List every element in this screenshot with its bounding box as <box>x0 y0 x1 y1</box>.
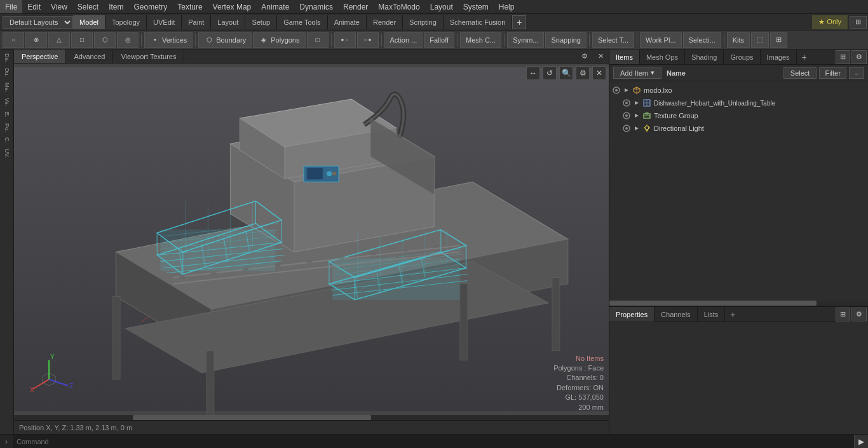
layout-dropdown[interactable]: Default Layouts <box>3 16 73 29</box>
select-t-button[interactable]: Select T... <box>592 32 634 48</box>
menu-texture[interactable]: Texture <box>172 0 207 13</box>
menu-edit[interactable]: Edit <box>22 0 46 13</box>
menu-layout[interactable]: Layout <box>425 0 458 13</box>
viewport-menu-btn[interactable]: ⚙ <box>576 50 593 63</box>
items-minus-button[interactable]: – <box>849 67 864 79</box>
tab-perspective[interactable]: Perspective <box>14 50 66 63</box>
tree-item-directional-light[interactable]: Directional Light <box>609 122 868 135</box>
items-scrollbar[interactable] <box>609 301 868 306</box>
snapping-button[interactable]: Snapping <box>545 32 587 48</box>
command-input[interactable] <box>13 435 854 448</box>
props-maximize-btn[interactable]: ⊞ <box>836 308 850 322</box>
viewport-close-btn[interactable]: ✕ <box>593 50 609 63</box>
viewport-rotate-btn[interactable]: ↺ <box>543 66 557 80</box>
left-tool-de[interactable]: De. <box>3 51 11 65</box>
left-tool-c[interactable]: C. <box>3 135 11 146</box>
viewport-settings-btn[interactable]: ⚙ <box>576 66 590 80</box>
tool-box[interactable]: □ <box>307 32 329 48</box>
left-tool-du[interactable]: Du. <box>3 65 11 79</box>
items-select-button[interactable]: Select <box>783 67 817 79</box>
grid-icon-button[interactable]: ⬚ <box>751 32 769 48</box>
left-tool-me[interactable]: Me. <box>3 80 11 95</box>
panel-settings-btn[interactable]: ⚙ <box>851 50 867 64</box>
menu-help[interactable]: Help <box>494 0 520 13</box>
viewport-x-btn[interactable]: ✕ <box>592 66 606 80</box>
tree-item-texture-group[interactable]: Texture Group <box>609 109 868 122</box>
menu-dynamics[interactable]: Dynamics <box>294 0 338 13</box>
tool-dot2[interactable]: ○ ● <box>357 32 379 48</box>
tab-groups[interactable]: Groups <box>724 50 760 64</box>
polygons-button[interactable]: ◈ Polygons <box>253 32 305 48</box>
boundary-button[interactable]: ⬡ Boundary <box>198 32 252 48</box>
viewport-canvas[interactable]: X Z Y ↔ ↺ 🔍 ⚙ ✕ No Items Polygons : Face <box>14 64 609 415</box>
menu-select[interactable]: Select <box>72 0 104 13</box>
tab-properties[interactable]: Properties <box>609 307 654 322</box>
viewport-scrollbar[interactable] <box>14 415 609 420</box>
tab-images[interactable]: Images <box>761 50 797 64</box>
left-tool-e[interactable]: E. <box>3 109 11 120</box>
tool-square[interactable]: □ <box>71 32 93 48</box>
viewport-nav-btn[interactable]: ↔ <box>526 66 540 80</box>
command-go-btn[interactable]: ▶ <box>854 435 868 448</box>
work-plane-button[interactable]: Work Pl... <box>640 32 681 48</box>
left-tool-uv[interactable]: UV. <box>3 146 11 160</box>
tool-triangle[interactable]: △ <box>48 32 70 48</box>
menu-render[interactable]: Render <box>338 0 373 13</box>
tree-item-modo-lxo[interactable]: modo.lxo <box>609 84 868 97</box>
viewport-zoom-btn[interactable]: 🔍 <box>559 66 573 80</box>
tab-channels[interactable]: Channels <box>654 307 697 322</box>
tool-dot1[interactable]: ● ○ <box>334 32 356 48</box>
tab-viewport-textures[interactable]: Viewport Textures <box>113 50 184 63</box>
items-filter-button[interactable]: Filter <box>819 67 846 79</box>
left-tool-po[interactable]: Po. <box>3 121 11 135</box>
items-scroll-thumb[interactable] <box>609 301 817 306</box>
tab-topology[interactable]: Topology <box>105 15 147 29</box>
tab-schematic[interactable]: Schematic Fusion <box>444 15 512 29</box>
tab-model[interactable]: Model <box>73 15 105 29</box>
tab-uvedit[interactable]: UVEdit <box>147 15 182 29</box>
tab-mesh-ops[interactable]: Mesh Ops <box>640 50 685 64</box>
menu-file[interactable]: File <box>0 0 22 13</box>
left-tool-ve[interactable]: Ve. <box>3 95 11 109</box>
menu-animate[interactable]: Animate <box>256 0 294 13</box>
selection-button[interactable]: Selecti... <box>683 32 721 48</box>
tab-setup[interactable]: Setup <box>245 15 277 29</box>
tab-layout[interactable]: Layout <box>211 15 245 29</box>
props-settings-btn[interactable]: ⚙ <box>851 308 867 322</box>
star-only-button[interactable]: ★ Only <box>812 15 848 29</box>
tab-render[interactable]: Render <box>367 15 403 29</box>
menu-geometry[interactable]: Geometry <box>129 0 173 13</box>
add-panel-tab-btn[interactable]: + <box>797 52 812 62</box>
panel-maximize-btn[interactable]: ⊞ <box>836 50 850 64</box>
tab-paint[interactable]: Paint <box>182 15 211 29</box>
menu-view[interactable]: View <box>46 0 72 13</box>
menu-maxtomode[interactable]: MaxToModo <box>373 0 424 13</box>
kits-button[interactable]: Kits <box>727 32 750 48</box>
menu-vertex-map[interactable]: Vertex Map <box>208 0 257 13</box>
menu-item[interactable]: Item <box>104 0 128 13</box>
vertices-button[interactable]: • Vertices <box>144 32 193 48</box>
tool-hexagon[interactable]: ⬡ <box>94 32 116 48</box>
tree-item-dishwasher[interactable]: Dishwasher_Hobart_with_Unloading_Table <box>609 97 868 109</box>
mesh-c-button[interactable]: Mesh C... <box>460 32 501 48</box>
maximize-btn[interactable]: ⊞ <box>770 32 787 48</box>
symmetry-button[interactable]: Symm... <box>507 32 544 48</box>
falloff-button[interactable]: Falloff <box>424 32 454 48</box>
menu-system[interactable]: System <box>458 0 494 13</box>
maximize-layout-button[interactable]: ⊞ <box>850 16 867 29</box>
tab-game-tools[interactable]: Game Tools <box>277 15 328 29</box>
tool-select-circle[interactable]: ○ <box>3 32 24 48</box>
add-layout-button[interactable]: + <box>512 15 526 29</box>
tab-shading[interactable]: Shading <box>685 50 724 64</box>
add-item-button[interactable]: Add Item ▾ <box>613 67 661 79</box>
tab-lists[interactable]: Lists <box>698 307 726 322</box>
tab-animate[interactable]: Animate <box>328 15 367 29</box>
command-arrow-btn[interactable]: › <box>0 435 13 448</box>
tool-crosshair[interactable]: ⊕ <box>25 32 47 48</box>
add-props-tab-btn[interactable]: + <box>725 309 740 320</box>
action-button[interactable]: Action ... <box>384 32 423 48</box>
tab-items[interactable]: Items <box>609 50 640 64</box>
scroll-thumb[interactable] <box>133 415 370 420</box>
tab-scripting[interactable]: Scripting <box>403 15 444 29</box>
tool-ring[interactable]: ◎ <box>117 32 139 48</box>
